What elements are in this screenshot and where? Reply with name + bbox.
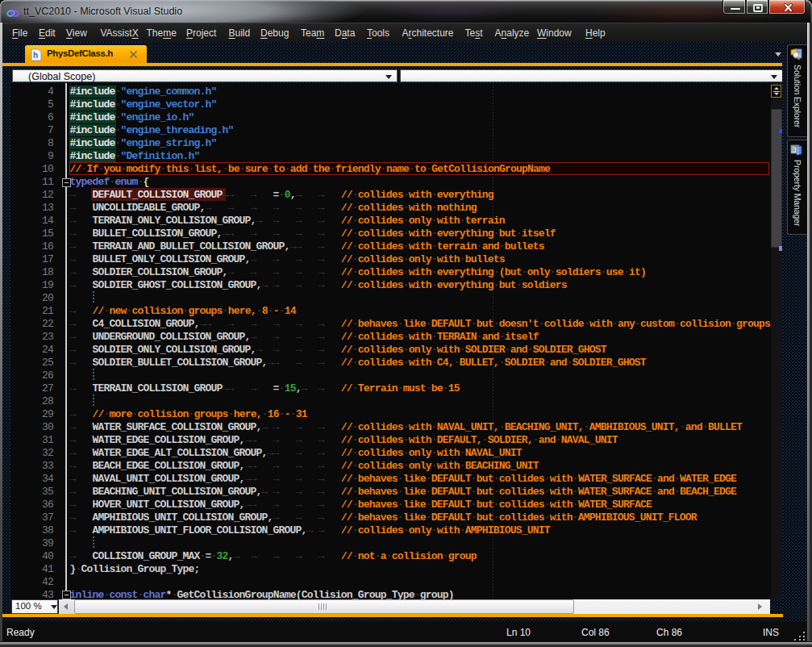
svg-text:h: h [33,51,38,60]
